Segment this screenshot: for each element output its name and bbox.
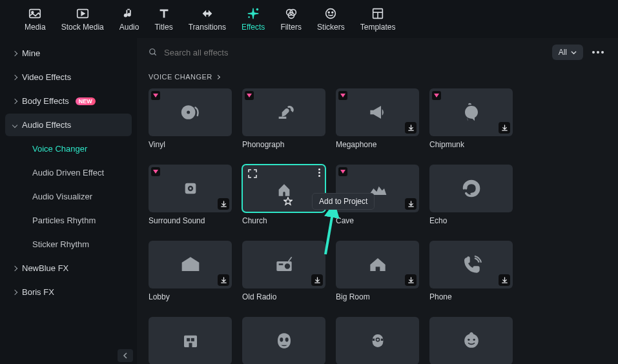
download-icon[interactable] bbox=[405, 198, 417, 210]
section-title[interactable]: VOICE CHANGER bbox=[137, 64, 618, 86]
svg-point-23 bbox=[284, 263, 289, 268]
sidebar-item-audio-visualizer[interactable]: Audio Visualizer bbox=[5, 185, 132, 208]
download-icon[interactable] bbox=[499, 122, 510, 134]
svg-rect-25 bbox=[375, 267, 380, 271]
download-icon[interactable] bbox=[405, 274, 417, 286]
premium-icon bbox=[432, 91, 441, 100]
effect-card-lobby[interactable]: Lobby bbox=[149, 241, 232, 301]
effect-card-chipmunk[interactable]: Chipmunk bbox=[429, 88, 513, 149]
chevron-icon bbox=[12, 265, 17, 270]
effect-card-vinyl[interactable]: Vinyl bbox=[149, 88, 232, 149]
svg-rect-27 bbox=[187, 338, 190, 341]
effect-label: Old Radio bbox=[242, 292, 325, 301]
svg-line-16 bbox=[154, 54, 156, 56]
tab-stock-media[interactable]: Stock Media bbox=[54, 4, 112, 35]
premium-icon bbox=[245, 91, 254, 100]
filter-dropdown-label: All bbox=[559, 48, 567, 57]
effect-thumbnail[interactable] bbox=[336, 88, 419, 136]
effect-card-old-radio[interactable]: Old Radio bbox=[242, 241, 325, 301]
svg-rect-28 bbox=[191, 338, 194, 341]
collapse-sidebar-button[interactable] bbox=[118, 349, 133, 362]
effect-card-hacker[interactable]: Hacker bbox=[242, 317, 325, 364]
svg-rect-24 bbox=[278, 263, 283, 265]
search-box[interactable] bbox=[149, 48, 546, 57]
effect-card-small-room[interactable]: Small Room bbox=[149, 317, 232, 364]
effect-thumbnail[interactable] bbox=[149, 88, 232, 136]
tab-stickers[interactable]: Stickers bbox=[309, 4, 353, 35]
effect-thumbnail[interactable] bbox=[429, 241, 513, 288]
sidebar-category-mine[interactable]: Mine bbox=[5, 42, 132, 65]
effect-card-phone[interactable]: Phone bbox=[429, 241, 513, 301]
sidebar-item-particles-rhythm[interactable]: Particles Rhythm bbox=[5, 209, 132, 232]
chevron-icon bbox=[12, 50, 17, 56]
premium-icon bbox=[338, 91, 347, 100]
effect-thumbnail[interactable] bbox=[149, 241, 232, 288]
effect-card-surround-sound[interactable]: Surround Sound bbox=[149, 165, 232, 225]
annotation-arrow bbox=[320, 206, 340, 258]
effect-thumbnail[interactable] bbox=[429, 317, 513, 364]
download-icon[interactable] bbox=[405, 122, 417, 134]
effect-thumbnail[interactable] bbox=[242, 88, 325, 136]
chevron-icon bbox=[12, 98, 17, 103]
svg-point-37 bbox=[464, 334, 479, 348]
download-icon[interactable] bbox=[499, 274, 510, 286]
download-icon[interactable] bbox=[311, 274, 323, 286]
chevron-icon bbox=[12, 74, 17, 79]
sidebar-item-audio-driven-effect[interactable]: Audio Driven Effect bbox=[5, 161, 132, 184]
effect-thumbnail[interactable] bbox=[242, 317, 325, 364]
effect-card-phonograph[interactable]: Phonograph bbox=[242, 88, 325, 149]
tab-effects[interactable]: Effects bbox=[234, 4, 273, 35]
sidebar-category-audio-effects[interactable]: Audio Effects bbox=[5, 114, 132, 136]
effect-thumbnail[interactable] bbox=[336, 317, 419, 364]
kebab-menu-icon[interactable] bbox=[318, 168, 320, 177]
search-icon bbox=[149, 48, 158, 57]
svg-point-21 bbox=[189, 187, 191, 189]
sidebar-category-boris-fx[interactable]: Boris FX bbox=[5, 281, 132, 303]
sidebar-item-sticker-rhythm[interactable]: Sticker Rhythm bbox=[5, 233, 132, 256]
download-icon[interactable] bbox=[218, 274, 229, 286]
effect-thumbnail[interactable] bbox=[429, 88, 513, 136]
effect-thumbnail[interactable] bbox=[429, 165, 513, 212]
tab-titles[interactable]: Titles bbox=[147, 4, 180, 35]
more-menu-button[interactable] bbox=[590, 48, 606, 56]
effect-thumbnail[interactable] bbox=[336, 241, 419, 288]
expand-icon[interactable] bbox=[247, 168, 258, 181]
favorite-icon[interactable] bbox=[283, 197, 293, 208]
svg-point-30 bbox=[280, 338, 283, 342]
search-input[interactable] bbox=[164, 48, 546, 57]
chevron-icon bbox=[12, 122, 17, 127]
tab-transitions[interactable]: Transitions bbox=[181, 4, 234, 35]
effect-label: Megaphone bbox=[336, 140, 419, 149]
effect-thumbnail[interactable] bbox=[149, 317, 232, 364]
chevron-down-icon bbox=[571, 50, 577, 56]
premium-icon bbox=[338, 167, 347, 176]
sidebar-category-body-effects[interactable]: Body EffectsNEW bbox=[5, 90, 132, 112]
filter-dropdown[interactable]: All bbox=[552, 45, 583, 60]
svg-point-31 bbox=[285, 338, 288, 342]
svg-point-11 bbox=[332, 12, 333, 13]
effect-label: Chipmunk bbox=[429, 140, 513, 149]
sidebar-category-newblue-fx[interactable]: NewBlue FX bbox=[5, 257, 132, 279]
sidebar-category-video-effects[interactable]: Video Effects bbox=[5, 66, 132, 88]
effect-card-child-voice[interactable]: Child Voice bbox=[429, 317, 513, 364]
effect-label: Vinyl bbox=[149, 140, 232, 149]
new-badge: NEW bbox=[76, 97, 96, 105]
tab-media[interactable]: Media bbox=[17, 4, 54, 35]
tab-templates[interactable]: Templates bbox=[353, 4, 404, 35]
svg-marker-3 bbox=[81, 12, 85, 15]
sidebar-item-voice-changer[interactable]: Voice Changer bbox=[5, 137, 132, 160]
svg-point-4 bbox=[256, 8, 258, 10]
tab-audio[interactable]: Audio bbox=[112, 4, 147, 35]
effect-label: Surround Sound bbox=[149, 216, 232, 225]
svg-point-38 bbox=[468, 339, 469, 341]
effect-card-echo[interactable]: Echo bbox=[429, 165, 513, 225]
download-icon[interactable] bbox=[218, 198, 229, 210]
effect-card-big-room[interactable]: Big Room bbox=[336, 241, 419, 301]
svg-point-36 bbox=[376, 339, 378, 341]
effect-thumbnail[interactable] bbox=[242, 241, 325, 288]
tab-filters[interactable]: Filters bbox=[273, 4, 309, 35]
premium-icon bbox=[151, 167, 160, 176]
effect-card-megaphone[interactable]: Megaphone bbox=[336, 88, 419, 149]
effect-thumbnail[interactable] bbox=[149, 165, 232, 212]
effect-card-male-minion[interactable]: Male Minion bbox=[336, 317, 419, 364]
